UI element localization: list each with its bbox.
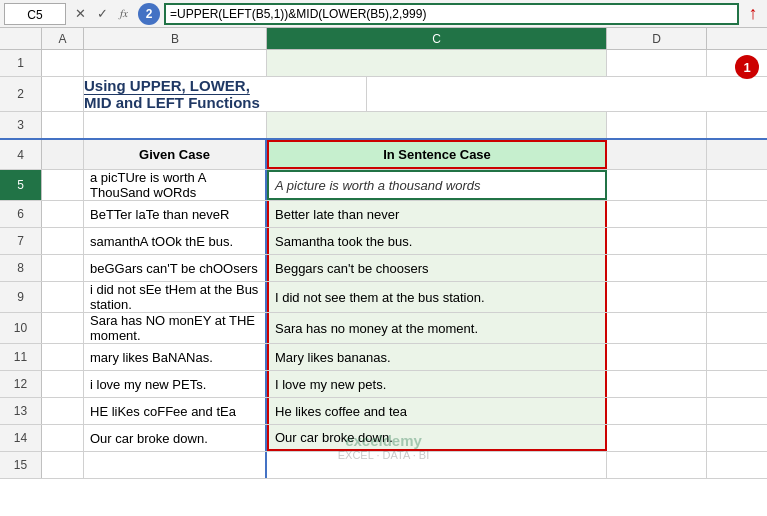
table-header-row: 4 Given Case In Sentence Case	[0, 140, 767, 170]
table-row-title: 2 Using UPPER, LOWER, MID and LEFT Funct…	[0, 77, 767, 112]
cell-a14[interactable]	[42, 425, 84, 451]
cell-a5[interactable]	[42, 170, 84, 200]
row-num-9: 9	[0, 282, 42, 312]
row-num-1: 1	[0, 50, 42, 76]
formula-input[interactable]	[164, 3, 739, 25]
row-num-11: 11	[0, 344, 42, 370]
cell-b6[interactable]: BeTTer laTe than neveR	[84, 201, 267, 227]
table-row-5: 5 a picTUre is worth A ThouSand wORds A …	[0, 170, 767, 201]
cell-b7[interactable]: samanthA tOOk thE bus.	[84, 228, 267, 254]
cell-a13[interactable]	[42, 398, 84, 424]
cell-a7[interactable]	[42, 228, 84, 254]
row-num-8: 8	[0, 255, 42, 281]
cell-a3[interactable]	[42, 112, 84, 138]
cell-c15[interactable]	[267, 452, 607, 478]
cell-d5[interactable]	[607, 170, 707, 200]
cell-c10[interactable]: Sara has no money at the moment.	[267, 313, 607, 343]
cell-b11[interactable]: mary likes BaNANas.	[84, 344, 267, 370]
cell-c14[interactable]: Our car broke down.	[267, 425, 607, 451]
cell-a11[interactable]	[42, 344, 84, 370]
formula-icons: ✕ ✓ 𝑓𝑥	[70, 4, 134, 24]
cell-d6[interactable]	[607, 201, 707, 227]
cell-b13[interactable]: HE liKes coFFee and tEa	[84, 398, 267, 424]
cell-a10[interactable]	[42, 313, 84, 343]
col-header-c[interactable]: C	[267, 28, 607, 49]
cell-c8[interactable]: Beggars can't be choosers	[267, 255, 607, 281]
row-num-5: 5	[0, 170, 42, 200]
rows-container: 1 2 Using UPPER, LOWER, MID and LEFT Fun…	[0, 50, 767, 479]
row-num-header	[0, 28, 42, 49]
cell-a15[interactable]	[42, 452, 84, 478]
cell-d1[interactable]	[607, 50, 707, 76]
cell-b3[interactable]	[84, 112, 267, 138]
formula-badge-2: 2	[138, 3, 160, 25]
table-row-separator: 3	[0, 112, 767, 140]
table-row: 14 Our car broke down. Our car broke dow…	[0, 425, 767, 452]
column-headers: A B C D	[0, 28, 767, 50]
cell-d11[interactable]	[607, 344, 707, 370]
row-num-10: 10	[0, 313, 42, 343]
spreadsheet-title: Using UPPER, LOWER, MID and LEFT Functio…	[84, 77, 267, 111]
cell-d12[interactable]	[607, 371, 707, 397]
cell-c11[interactable]: Mary likes bananas.	[267, 344, 607, 370]
insert-function-icon[interactable]: 𝑓𝑥	[114, 4, 134, 24]
table-row: 1	[0, 50, 767, 77]
cell-d7[interactable]	[607, 228, 707, 254]
cell-b8[interactable]: beGGars can'T be chOOsers	[84, 255, 267, 281]
cell-d13[interactable]	[607, 398, 707, 424]
table-row: 9 i did not sEe tHem at the Bus station.…	[0, 282, 767, 313]
cell-b12[interactable]: i love my new PETs.	[84, 371, 267, 397]
table-row: 13 HE liKes coFFee and tEa He likes coff…	[0, 398, 767, 425]
cell-c1[interactable]	[267, 50, 607, 76]
cell-c13[interactable]: He likes coffee and tea	[267, 398, 607, 424]
cell-b9[interactable]: i did not sEe tHem at the Bus station.	[84, 282, 267, 312]
row-num-3: 3	[0, 112, 42, 138]
confirm-icon[interactable]: ✓	[92, 4, 112, 24]
cell-b1[interactable]	[84, 50, 267, 76]
row-num-12: 12	[0, 371, 42, 397]
cancel-icon[interactable]: ✕	[70, 4, 90, 24]
table-row: 10 Sara has NO monEY at THE moment. Sara…	[0, 313, 767, 344]
cell-c5[interactable]: A picture is worth a thousand words	[267, 170, 607, 200]
annotation-badge-1: 1	[735, 55, 759, 79]
cell-b10[interactable]: Sara has NO monEY at THE moment.	[84, 313, 267, 343]
cell-b4-given-case[interactable]: Given Case	[84, 140, 267, 169]
cell-c9[interactable]: I did not see them at the bus station.	[267, 282, 607, 312]
cell-a4[interactable]	[42, 140, 84, 169]
col-header-a[interactable]: A	[42, 28, 84, 49]
cell-d4[interactable]	[607, 140, 707, 169]
cell-a8[interactable]	[42, 255, 84, 281]
table-row: 11 mary likes BaNANas. Mary likes banana…	[0, 344, 767, 371]
cell-d14[interactable]	[607, 425, 707, 451]
cell-a12[interactable]	[42, 371, 84, 397]
cell-c3[interactable]	[267, 112, 607, 138]
table-row: 8 beGGars can'T be chOOsers Beggars can'…	[0, 255, 767, 282]
col-header-b[interactable]: B	[84, 28, 267, 49]
cell-b15[interactable]	[84, 452, 267, 478]
cell-c7[interactable]: Samantha took the bus.	[267, 228, 607, 254]
cell-d2[interactable]	[267, 77, 367, 111]
cell-a1[interactable]	[42, 50, 84, 76]
cell-a6[interactable]	[42, 201, 84, 227]
cell-d9[interactable]	[607, 282, 707, 312]
cell-b14[interactable]: Our car broke down.	[84, 425, 267, 451]
row-num-2: 2	[0, 77, 42, 111]
cell-c12[interactable]: I love my new pets.	[267, 371, 607, 397]
cell-b5[interactable]: a picTUre is worth A ThouSand wORds	[84, 170, 267, 200]
cell-a9[interactable]	[42, 282, 84, 312]
col-d-arrow-icon: ↑	[743, 3, 763, 25]
cell-d15[interactable]	[607, 452, 707, 478]
table-row: 7 samanthA tOOk thE bus. Samantha took t…	[0, 228, 767, 255]
cell-d3[interactable]	[607, 112, 707, 138]
cell-b2[interactable]: Using UPPER, LOWER, MID and LEFT Functio…	[84, 77, 267, 111]
cell-c6[interactable]: Better late than never	[267, 201, 607, 227]
cell-reference-box[interactable]: C5	[4, 3, 66, 25]
formula-bar: C5 ✕ ✓ 𝑓𝑥 2 ↑	[0, 0, 767, 28]
table-row: 15	[0, 452, 767, 479]
cell-d8[interactable]	[607, 255, 707, 281]
cell-d10[interactable]	[607, 313, 707, 343]
col-header-d[interactable]: D	[607, 28, 707, 49]
cell-c4-in-sentence-case[interactable]: In Sentence Case	[267, 140, 607, 169]
cell-a2[interactable]	[42, 77, 84, 111]
row-num-6: 6	[0, 201, 42, 227]
